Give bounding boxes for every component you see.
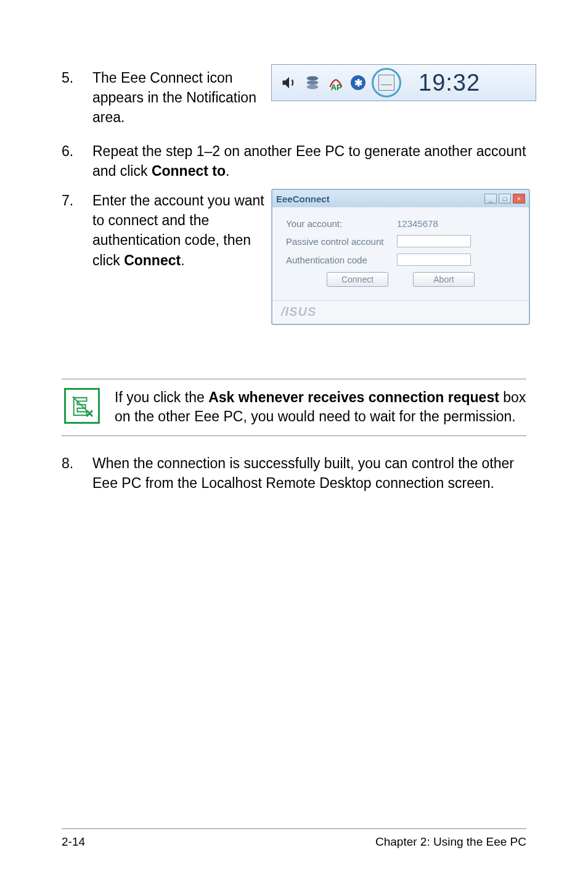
passive-account-label: Passive control account bbox=[286, 236, 397, 247]
eeeconnect-titlebar: EeeConnect _ □ × bbox=[272, 190, 529, 207]
tray-clock: 19:32 bbox=[419, 70, 480, 96]
svg-point-1 bbox=[307, 81, 319, 85]
svg-point-0 bbox=[307, 76, 319, 81]
eeeconnect-window: EeeConnect _ □ × Your account: 12345678 … bbox=[271, 189, 530, 325]
brand-footer: /ISUS bbox=[272, 300, 529, 324]
chapter-title: Chapter 2: Using the Eee PC bbox=[375, 835, 526, 849]
step-number: 8. bbox=[62, 453, 92, 493]
maximize-button[interactable]: □ bbox=[499, 194, 511, 204]
your-account-label: Your account: bbox=[286, 218, 397, 229]
ap-icon: AP bbox=[327, 74, 345, 91]
page-number: 2-14 bbox=[62, 835, 85, 849]
note-text-bold: Ask whenever receives connection request bbox=[208, 389, 499, 405]
svg-text:AP: AP bbox=[331, 83, 342, 91]
step-text-bold: Connect bbox=[124, 252, 181, 268]
bluetooth-icon: ✱ bbox=[351, 75, 365, 90]
note-text-part: If you click the bbox=[115, 389, 208, 405]
connect-button[interactable]: Connect bbox=[327, 272, 388, 287]
step-text: The Eee Connect icon appears in the Noti… bbox=[92, 68, 277, 128]
step-number: 7. bbox=[62, 191, 92, 270]
minimize-button[interactable]: _ bbox=[484, 194, 497, 204]
step-text: When the connection is successfully buil… bbox=[92, 453, 526, 493]
eee-connect-tray-icon-highlight bbox=[372, 68, 401, 97]
step-text: Enter the account you want to connect an… bbox=[92, 191, 277, 270]
step-number: 5. bbox=[62, 68, 92, 128]
window-title: EeeConnect bbox=[276, 194, 330, 204]
step-text-bold: Connect to bbox=[152, 163, 226, 179]
your-account-value: 12345678 bbox=[397, 218, 438, 229]
page-footer: 2-14 Chapter 2: Using the Eee PC bbox=[62, 828, 526, 849]
step-text-part: . bbox=[181, 252, 184, 268]
note-icon bbox=[64, 388, 100, 424]
step-number: 6. bbox=[62, 141, 92, 181]
close-button[interactable]: × bbox=[513, 194, 525, 204]
disk-stack-icon bbox=[304, 74, 321, 91]
svg-point-2 bbox=[307, 85, 319, 89]
auth-code-input[interactable] bbox=[397, 254, 471, 266]
notification-area-screenshot: AP ✱ 19:32 bbox=[271, 64, 536, 101]
step-text: Repeat the step 1–2 on another Eee PC to… bbox=[92, 141, 526, 181]
note-block: If you click the Ask whenever receives c… bbox=[62, 379, 526, 436]
auth-code-label: Authentication code bbox=[286, 255, 397, 265]
speaker-icon bbox=[280, 74, 298, 91]
step-text-part: . bbox=[226, 163, 229, 179]
note-text: If you click the Ask whenever receives c… bbox=[115, 388, 526, 427]
passive-account-input[interactable] bbox=[397, 235, 471, 247]
eee-connect-tray-icon bbox=[378, 75, 394, 91]
abort-button[interactable]: Abort bbox=[413, 272, 475, 287]
